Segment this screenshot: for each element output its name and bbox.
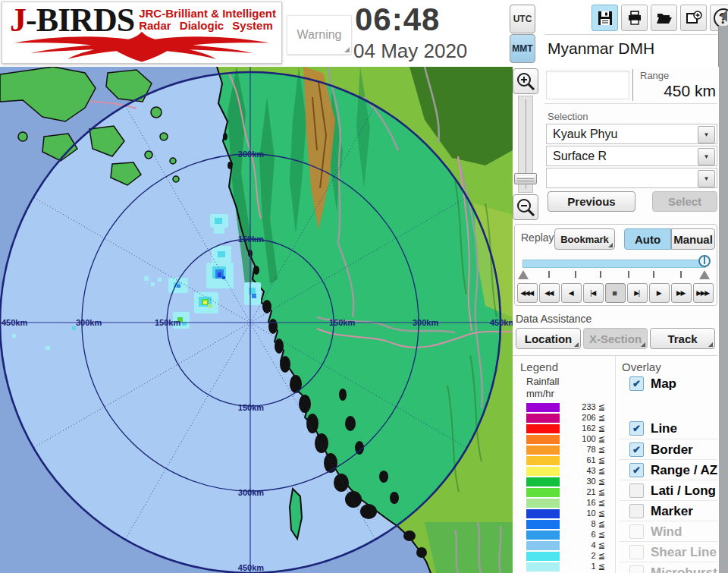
legend-color-swatch [526,445,560,455]
collapse-panel-icon[interactable] [720,10,727,22]
svg-text:300km: 300km [413,318,438,327]
overlay-item-map[interactable]: ✔ Map [619,373,717,394]
overlay-item-line[interactable]: ✔ Line [619,418,717,439]
zoom-in-icon [516,71,535,91]
toolbar: ? [592,5,728,31]
legend-entry: 8 ≦ [526,519,611,530]
product-dropdown[interactable]: Surface R ▼ [546,146,717,166]
legend-value: 8 ≦ [560,519,605,529]
select-button[interactable]: Select [652,191,717,212]
checkbox-marker[interactable] [629,504,644,518]
svg-text:150km: 150km [238,403,264,412]
overlay-item-marker[interactable]: Marker [619,500,717,521]
legend-value: 1 ≦ [560,562,605,571]
xsection-button[interactable]: X-Section [583,328,648,349]
replay-label: Replay [521,231,554,244]
replay-slider-thumb[interactable] [698,255,711,267]
check-icon: ✔ [632,423,641,434]
checkbox-line[interactable]: ✔ [629,421,644,436]
rewind-button[interactable]: ◀◀ [539,283,560,303]
checkbox-lati-long[interactable] [629,483,644,498]
forward-fast-button[interactable]: ▶▶▶ [693,283,714,303]
legend-value: 233 ≦ [560,402,605,412]
checkbox-range-az[interactable]: ✔ [629,463,644,477]
legend-value: 6 ≦ [560,530,605,540]
overlay-item-lati-long[interactable]: Lati / Long [619,480,717,501]
overlay-item-label: Line [651,421,677,436]
zoom-slider-thumb[interactable] [514,173,537,184]
legend-entry: 4 ≦ [526,540,611,551]
add-image-button[interactable] [680,5,707,31]
track-button[interactable]: Track [650,328,715,349]
play-button[interactable]: ▶ [649,283,670,303]
svg-text:450km: 450km [238,563,264,572]
skip-start-button[interactable]: |◀ [583,283,604,303]
clock-date: 04 May 2020 [353,39,467,63]
utc-button[interactable]: UTC [510,5,535,33]
checkbox-border[interactable]: ✔ [629,442,644,457]
bookmark-button[interactable]: Bookmark [554,228,615,250]
forward-button[interactable]: ▶▶ [671,283,692,303]
checkbox-shear-line [629,545,644,559]
chevron-down-icon[interactable]: ▼ [698,170,715,187]
open-file-button[interactable] [651,5,677,31]
legend-color-swatch [526,403,560,412]
legend-value: 162 ≦ [560,423,605,433]
legend-panel: Legend Rainfall mm/hr 233 ≦ 206 ≦ 162 ≦ … [513,356,616,573]
warning-button[interactable]: Warning [287,15,352,55]
legend-value: 61 ≦ [560,455,605,465]
range-value: 450 km [664,82,716,100]
overlay-item-range-az[interactable]: ✔ Range / AZ [619,459,717,480]
overlay-item-label: Microburst [651,565,717,573]
legend-value: 16 ≦ [560,498,605,508]
replay-slider-track[interactable] [522,260,706,268]
skip-end-button[interactable]: ▶| [627,283,648,303]
play-backward-button[interactable]: ◀ [561,283,582,303]
svg-text:300km: 300km [238,150,264,159]
mmt-button[interactable]: MMT [510,34,535,63]
jbirds-app: 450km 300km 150km 150km 300km 450km 300k… [0,0,728,573]
right-scroll-strip[interactable] [718,26,728,573]
overlay-item-border[interactable]: ✔ Border [619,439,717,460]
stop-button[interactable]: ■ [605,283,626,303]
legend-value: 43 ≦ [560,466,605,476]
zoom-out-icon [516,197,535,217]
legend-label: Legend [520,360,558,373]
overlay-item-label: Shear Line [651,545,717,560]
manual-mode-button[interactable]: Manual [671,228,715,250]
range-input-field[interactable] [546,71,629,99]
replay-range-start-marker[interactable] [518,270,529,279]
legend-entry: 78 ≦ [526,445,611,455]
rewind-fast-button[interactable]: ◀◀◀ [517,283,538,303]
previous-button[interactable]: Previous [548,191,635,212]
auto-mode-button[interactable]: Auto [624,228,671,250]
chevron-down-icon[interactable]: ▼ [698,148,715,165]
location-button[interactable]: Location [516,328,581,349]
print-button[interactable] [621,5,648,31]
checkbox-microburst [629,565,644,573]
slider-tick [680,271,682,278]
checkbox-map[interactable]: ✔ [629,376,644,391]
check-icon: ✔ [632,444,641,455]
legend-color-swatch [526,435,560,444]
station-dropdown[interactable]: Kyauk Phyu ▼ [546,124,717,144]
legend-color-swatch [526,424,560,433]
legend-value: 2 ≦ [560,551,605,561]
range-box: Range 450 km [544,67,717,104]
legend-color-swatch [526,488,560,497]
radar-map-canvas: 450km 300km 150km 150km 300km 450km 300k… [0,67,513,573]
chevron-down-icon[interactable]: ▼ [698,126,715,143]
divider [544,34,717,35]
zoom-in-button[interactable] [513,68,538,94]
zoom-out-button[interactable] [513,194,538,220]
option-dropdown[interactable]: ▼ [546,168,717,188]
save-button[interactable] [592,5,618,31]
slider-tick [653,271,654,278]
legend-value: 10 ≦ [560,508,605,518]
app-logo: J-BIRDS JRC-Brilliant & Intelligent Rada… [2,2,282,64]
slider-tick [548,271,550,278]
replay-range-end-marker[interactable] [699,270,710,279]
radar-map[interactable]: 450km 300km 150km 150km 300km 450km 300k… [0,67,513,573]
legend-color-swatch [526,467,560,476]
print-icon [627,11,642,26]
